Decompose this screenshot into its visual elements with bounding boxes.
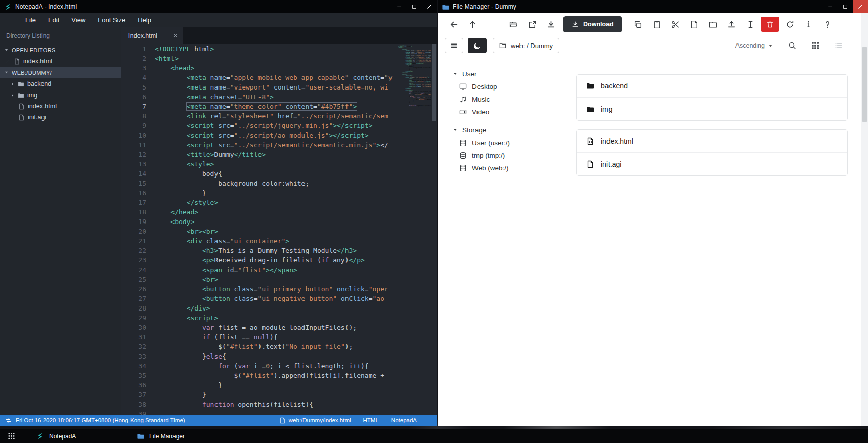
code-line-10[interactable]: <script src="../script/ao_module.js"></s… bbox=[155, 130, 396, 140]
copy-button[interactable] bbox=[629, 16, 647, 32]
breadcrumb[interactable]: web: / Dummy bbox=[493, 38, 559, 53]
dark-mode-button[interactable] bbox=[468, 38, 487, 53]
save-to-device-button[interactable] bbox=[542, 16, 560, 32]
rename-button[interactable] bbox=[741, 16, 760, 32]
code-line-15[interactable]: background-color:white; bbox=[155, 179, 396, 188]
menu-item-file[interactable]: File bbox=[19, 14, 42, 26]
tree-file-init-agi[interactable]: init.agi bbox=[0, 112, 121, 123]
code-line-18[interactable]: </head> bbox=[155, 207, 396, 217]
file-row-init-agi[interactable]: init.agi bbox=[577, 153, 847, 175]
section-header-user[interactable]: User bbox=[453, 67, 575, 80]
cut-button[interactable] bbox=[666, 16, 685, 32]
code-line-19[interactable]: <body> bbox=[155, 217, 396, 227]
code-line-30[interactable]: var flist = ao_module_loadInputFiles(); bbox=[155, 323, 396, 332]
code-line-36[interactable]: } bbox=[155, 380, 396, 390]
code-line-28[interactable]: </div> bbox=[155, 303, 396, 313]
notepada-minimize-button[interactable] bbox=[392, 0, 407, 13]
code-line-8[interactable]: <link rel="stylesheet" href="../script/s… bbox=[155, 111, 396, 121]
code-line-3[interactable]: <head> bbox=[155, 63, 396, 73]
editor-scrollbar[interactable] bbox=[431, 44, 437, 415]
sidebar-item-music[interactable]: Music bbox=[453, 93, 575, 106]
code-line-23[interactable]: <p>Received drag-in filelist (if any)</p… bbox=[155, 255, 396, 265]
editor-scrollbar-thumb[interactable] bbox=[432, 44, 436, 121]
file-row-backend[interactable]: backend bbox=[577, 75, 847, 98]
download-button[interactable]: Download bbox=[563, 16, 622, 32]
menu-item-view[interactable]: View bbox=[65, 14, 92, 26]
section-header-storage[interactable]: Storage bbox=[453, 123, 575, 137]
paste-button[interactable] bbox=[647, 16, 666, 32]
sidebar-item-desktop[interactable]: Desktop bbox=[453, 80, 575, 93]
code-line-13[interactable]: <style> bbox=[155, 159, 396, 169]
grid-view-button[interactable] bbox=[811, 41, 819, 50]
back-button[interactable] bbox=[445, 16, 463, 32]
code-line-1[interactable]: <!DOCTYPE html> bbox=[155, 44, 396, 54]
open-in-new-window-button[interactable] bbox=[523, 16, 542, 32]
code-line-35[interactable]: $("#flist").append(flist[i].filename + bbox=[155, 371, 396, 380]
new-file-button[interactable] bbox=[685, 16, 704, 32]
code-line-24[interactable]: <span id="flist"></span> bbox=[155, 265, 396, 275]
code-line-16[interactable]: } bbox=[155, 188, 396, 198]
code-line-6[interactable]: <meta charset="UTF-8"> bbox=[155, 92, 396, 102]
code-line-25[interactable]: <br> bbox=[155, 275, 396, 284]
code-line-39[interactable]: function openthis(filelist){ bbox=[155, 400, 396, 409]
code-line-12[interactable]: <title>Dummy</title> bbox=[155, 150, 396, 159]
sidebar-item-video[interactable]: Video bbox=[453, 106, 575, 118]
sidebar-item-web-web[interactable]: Web (web:/) bbox=[453, 162, 575, 174]
filemanager-close-button[interactable] bbox=[853, 0, 868, 13]
sidebar-item-tmp-tmp[interactable]: tmp (tmp:/) bbox=[453, 149, 575, 162]
tree-file-index-html[interactable]: index.html bbox=[0, 101, 121, 112]
properties-button[interactable] bbox=[799, 16, 818, 32]
taskbar-item-file-manager[interactable]: File Manager bbox=[128, 429, 229, 443]
editor-code[interactable]: <!DOCTYPE html><html> <head> <meta name=… bbox=[153, 44, 396, 415]
notepada-close-button[interactable] bbox=[422, 0, 437, 13]
workspace-header[interactable]: WEB:/DUMMY/ bbox=[0, 67, 121, 78]
code-line-9[interactable]: <script src="../script/jquery.min.js"></… bbox=[155, 121, 396, 130]
code-line-5[interactable]: <meta name="viewport" content="user-scal… bbox=[155, 82, 396, 92]
code-line-27[interactable]: <button class="ui negative button" onCli… bbox=[155, 294, 396, 303]
new-folder-button[interactable] bbox=[704, 16, 722, 32]
code-line-2[interactable]: <html> bbox=[155, 54, 396, 63]
open-editors-header[interactable]: OPEN EDITORS bbox=[0, 44, 121, 56]
open-button[interactable] bbox=[504, 16, 523, 32]
code-line-14[interactable]: body{ bbox=[155, 169, 396, 179]
filemanager-minimize-button[interactable] bbox=[822, 0, 838, 13]
sort-dropdown[interactable]: Ascending bbox=[735, 42, 773, 49]
file-row-img[interactable]: img bbox=[577, 98, 847, 120]
apps-menu-button[interactable] bbox=[0, 429, 22, 443]
code-line-17[interactable]: </style> bbox=[155, 198, 396, 207]
code-line-11[interactable]: <script src="../script/semantic/semantic… bbox=[155, 140, 396, 150]
search-button[interactable] bbox=[788, 41, 796, 50]
code-line-31[interactable]: if (flist == null){ bbox=[155, 332, 396, 342]
code-line-22[interactable]: <h3>This is a Dummy Testing Module</h3> bbox=[155, 246, 396, 255]
delete-button[interactable] bbox=[761, 17, 779, 32]
up-button[interactable] bbox=[463, 16, 482, 32]
upload-button[interactable] bbox=[722, 16, 741, 32]
menu-item-font-size[interactable]: Font Size bbox=[92, 14, 132, 26]
filemanager-scrollbar[interactable] bbox=[861, 13, 868, 426]
code-line-26[interactable]: <button class="ui primary button" onclic… bbox=[155, 284, 396, 294]
code-line-29[interactable]: <script> bbox=[155, 313, 396, 323]
code-line-21[interactable]: <div class="ui container"> bbox=[155, 236, 396, 246]
code-line-4[interactable]: <meta name="apple-mobile-web-app-capable… bbox=[155, 73, 396, 82]
list-view-button[interactable] bbox=[835, 41, 843, 50]
toggle-sidebar-button[interactable] bbox=[445, 38, 463, 53]
code-line-32[interactable]: $("#flist").text("No input file"); bbox=[155, 342, 396, 351]
tree-folder-img[interactable]: img bbox=[0, 90, 121, 101]
help-button[interactable] bbox=[818, 16, 837, 32]
notepada-maximize-button[interactable] bbox=[407, 0, 422, 13]
refresh-button[interactable] bbox=[780, 16, 799, 32]
tab-index-html[interactable]: index.html bbox=[121, 27, 183, 44]
menu-item-help[interactable]: Help bbox=[132, 14, 157, 26]
tree-folder-backend[interactable]: backend bbox=[0, 78, 121, 90]
editor-minimap[interactable]: <!DOCTYPE html><html> <head> <meta name=… bbox=[396, 44, 431, 415]
code-line-7[interactable]: <meta name="theme-color" content="#4b75f… bbox=[155, 102, 396, 111]
code-line-33[interactable]: }else{ bbox=[155, 351, 396, 361]
open-editor-index-html[interactable]: index.html bbox=[0, 56, 121, 67]
code-line-20[interactable]: <br><br> bbox=[155, 227, 396, 236]
tab-close-icon[interactable] bbox=[172, 33, 178, 38]
statusbar-language[interactable]: HTML bbox=[363, 417, 379, 423]
filemanager-scrollbar-thumb[interactable] bbox=[862, 47, 867, 122]
file-row-index-html[interactable]: index.html bbox=[577, 130, 847, 153]
code-line-34[interactable]: for (var i =0; i < flist.length; i++){ bbox=[155, 361, 396, 371]
sidebar-item-user-user[interactable]: User (user:/) bbox=[453, 137, 575, 149]
